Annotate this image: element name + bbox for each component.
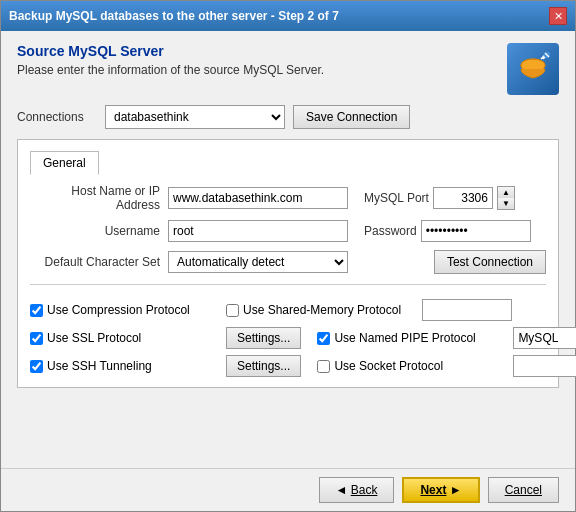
socket-label: Use Socket Protocol [334, 359, 443, 373]
shared-memory-item: Use Shared-Memory Protocol [226, 303, 406, 317]
checkbox-row-1: Use Compression Protocol Use Shared-Memo… [30, 299, 546, 321]
save-connection-button[interactable]: Save Connection [293, 105, 410, 129]
compression-item: Use Compression Protocol [30, 303, 210, 317]
socket-item: Use Socket Protocol [317, 359, 497, 373]
port-down-button[interactable]: ▼ [498, 198, 514, 209]
back-button[interactable]: ◄ Back [319, 477, 395, 503]
checkboxes-section: Use Compression Protocol Use Shared-Memo… [30, 299, 546, 377]
ssh-item: Use SSH Tunneling [30, 359, 210, 373]
named-pipe-item: Use Named PIPE Protocol [317, 331, 497, 345]
ssl-item: Use SSL Protocol [30, 331, 210, 345]
named-pipe-input[interactable] [513, 327, 576, 349]
port-up-button[interactable]: ▲ [498, 187, 514, 198]
section-title: Source MySQL Server [17, 43, 324, 59]
username-row: Username Password [30, 220, 546, 242]
charset-label: Default Character Set [30, 255, 160, 269]
compression-checkbox[interactable] [30, 304, 43, 317]
tab-container: General Host Name or IP Address MySQL Po… [17, 139, 559, 388]
shared-memory-input[interactable] [422, 299, 512, 321]
main-window: Backup MySQL databases to the other serv… [0, 0, 576, 512]
named-pipe-checkbox[interactable] [317, 332, 330, 345]
compression-label: Use Compression Protocol [47, 303, 190, 317]
title-bar: Backup MySQL databases to the other serv… [1, 1, 575, 31]
port-input[interactable] [433, 187, 493, 209]
shared-memory-checkbox[interactable] [226, 304, 239, 317]
password-label: Password [364, 224, 417, 238]
close-button[interactable]: ✕ [549, 7, 567, 25]
password-section: Password [364, 220, 531, 242]
test-connection-button[interactable]: Test Connection [434, 250, 546, 274]
next-button[interactable]: Next ► [402, 477, 479, 503]
cancel-button[interactable]: Cancel [488, 477, 559, 503]
host-label: Host Name or IP Address [30, 184, 160, 212]
port-label: MySQL Port [364, 191, 429, 205]
socket-input[interactable] [513, 355, 576, 377]
socket-checkbox[interactable] [317, 360, 330, 373]
ssh-checkbox[interactable] [30, 360, 43, 373]
checkbox-row-2: Use SSL Protocol Settings... Use Named P… [30, 327, 546, 349]
main-content: Source MySQL Server Please enter the inf… [1, 31, 575, 468]
connections-label: Connections [17, 110, 97, 124]
host-row: Host Name or IP Address MySQL Port ▲ ▼ [30, 184, 546, 212]
checkbox-row-3: Use SSH Tunneling Settings... Use Socket… [30, 355, 546, 377]
connections-row: Connections databasethink Save Connectio… [17, 105, 559, 129]
password-input[interactable] [421, 220, 531, 242]
header-text: Source MySQL Server Please enter the inf… [17, 43, 324, 77]
ssh-settings-button[interactable]: Settings... [226, 355, 301, 377]
tab-general[interactable]: General [30, 151, 99, 175]
named-pipe-label: Use Named PIPE Protocol [334, 331, 475, 345]
username-input[interactable] [168, 220, 348, 242]
bottom-bar: ◄ Back Next ► Cancel [1, 468, 575, 511]
port-section: MySQL Port ▲ ▼ [364, 186, 515, 210]
next-underline: Next ► [420, 483, 461, 497]
host-input[interactable] [168, 187, 348, 209]
window-title: Backup MySQL databases to the other serv… [9, 9, 339, 23]
ssh-label: Use SSH Tunneling [47, 359, 152, 373]
ssl-checkbox[interactable] [30, 332, 43, 345]
ssl-settings-button[interactable]: Settings... [226, 327, 301, 349]
header-section: Source MySQL Server Please enter the inf… [17, 43, 559, 95]
port-spinner: ▲ ▼ [497, 186, 515, 210]
charset-row: Default Character Set Automatically dete… [30, 250, 546, 274]
divider [30, 284, 546, 285]
header-icon [507, 43, 559, 95]
charset-select[interactable]: Automatically detect [168, 251, 348, 273]
back-underline: ◄ Back [336, 483, 378, 497]
ssl-label: Use SSL Protocol [47, 331, 141, 345]
section-subtitle: Please enter the information of the sour… [17, 63, 324, 77]
tab-bar: General [30, 150, 546, 174]
username-label: Username [30, 224, 160, 238]
tab-content-general: Host Name or IP Address MySQL Port ▲ ▼ U… [30, 184, 546, 377]
connections-select[interactable]: databasethink [105, 105, 285, 129]
shared-memory-label: Use Shared-Memory Protocol [243, 303, 401, 317]
cancel-underline: Cancel [505, 483, 542, 497]
